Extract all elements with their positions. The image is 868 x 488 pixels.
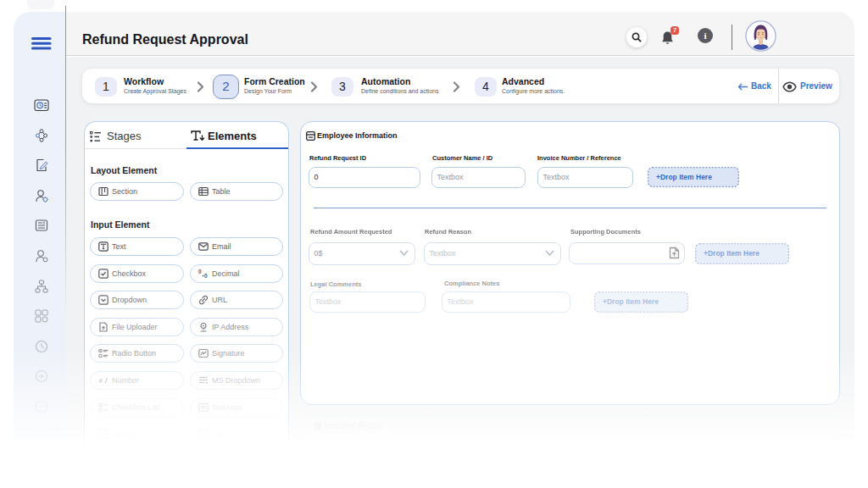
svg-text:0: 0 (204, 273, 208, 279)
svg-text:#: # (99, 377, 103, 385)
svg-text:0: 0 (198, 269, 202, 274)
